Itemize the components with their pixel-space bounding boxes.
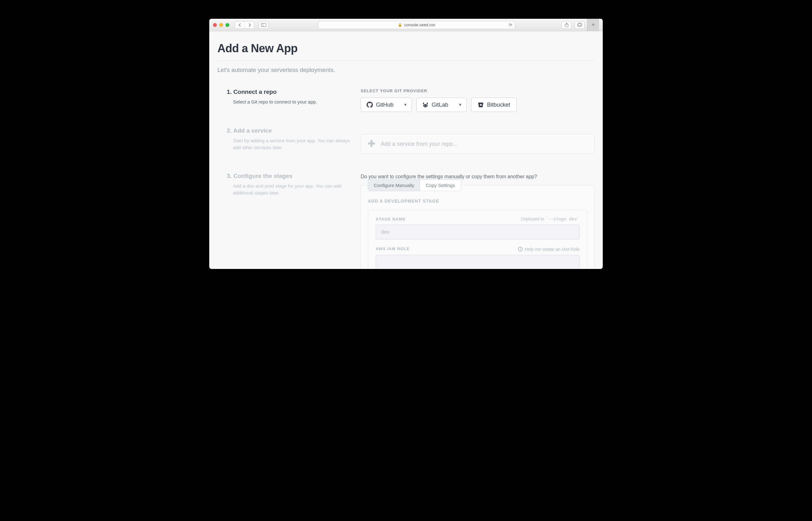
provider-gitlab: GitLab ▼ xyxy=(416,97,467,112)
address-bar[interactable]: 🔒 console.seed.run ⟳ xyxy=(318,21,515,29)
steps-sidebar: 1. Connect a repo Select a Git repo to c… xyxy=(227,89,352,269)
dev-stage-card: STAGE NAME Deployed to `--stage dev` AWS… xyxy=(368,210,587,269)
caret-down-icon: ▼ xyxy=(404,103,407,107)
bitbucket-icon xyxy=(478,101,484,108)
step-add-service: 2. Add a service Start by adding a servi… xyxy=(227,127,352,151)
tab-copy-settings[interactable]: Copy Settings xyxy=(420,180,460,191)
url-text: console.seed.run xyxy=(404,23,435,27)
bitbucket-label: Bitbucket xyxy=(487,101,510,108)
github-button[interactable]: GitHub xyxy=(361,98,399,112)
step-title: 1. Connect a repo xyxy=(227,89,352,95)
add-service-card[interactable]: ✚ Add a service from your repo… xyxy=(361,134,594,154)
back-button[interactable] xyxy=(235,22,245,28)
iam-help-link[interactable]: i Help me create an IAM Role xyxy=(518,247,580,252)
configure-tabs: Configure Manually Copy Settings xyxy=(368,180,461,191)
configure-question: Do you want to configure the settings ma… xyxy=(361,174,594,180)
step-desc: Add a dev and prod stage for your app. Y… xyxy=(227,183,352,197)
dev-stage-heading: ADD A DEVELOPMENT STAGE xyxy=(368,199,587,204)
gitlab-dropdown[interactable]: ▼ xyxy=(454,98,466,112)
configure-box: Configure Manually Copy Settings ADD A D… xyxy=(361,185,594,269)
step-desc: Select a Git repo to connect to your app… xyxy=(227,98,352,106)
step-desc: Start by adding a service from your app.… xyxy=(227,137,352,151)
add-service-text: Add a service from your repo… xyxy=(381,141,458,147)
provider-github: GitHub ▼ xyxy=(361,97,412,112)
tabs-icon xyxy=(578,23,582,27)
window-controls xyxy=(213,23,229,27)
step-configure-stages: 3. Configure the stages Add a dev and pr… xyxy=(227,173,352,197)
close-icon[interactable] xyxy=(213,23,217,27)
share-icon xyxy=(565,23,569,27)
browser-titlebar: 🔒 console.seed.run ⟳ + xyxy=(209,19,603,31)
reload-icon[interactable]: ⟳ xyxy=(509,23,512,27)
nav-back-forward xyxy=(235,21,254,29)
chevron-left-icon xyxy=(238,23,242,27)
github-dropdown[interactable]: ▼ xyxy=(399,98,412,112)
plus-icon: ✚ xyxy=(368,139,375,148)
page-title: Add a New App xyxy=(218,42,594,55)
iam-role-label: AWS IAM ROLE xyxy=(376,246,410,251)
page-subtitle: Let's automate your serverless deploymen… xyxy=(218,67,594,73)
svg-rect-0 xyxy=(262,23,266,27)
sidebar-icon xyxy=(261,23,266,27)
browser-window: 🔒 console.seed.run ⟳ + Add a New App Let xyxy=(209,19,603,269)
forward-button[interactable] xyxy=(245,22,254,28)
gitlab-label: GitLab xyxy=(432,101,448,108)
bitbucket-button[interactable]: Bitbucket xyxy=(471,97,517,112)
github-label: GitHub xyxy=(376,101,393,108)
step-title: 2. Add a service xyxy=(227,127,352,134)
info-icon: i xyxy=(518,247,523,251)
minimize-icon[interactable] xyxy=(219,23,223,27)
tabs-button[interactable] xyxy=(574,21,585,29)
github-icon xyxy=(367,101,373,108)
tab-configure-manually[interactable]: Configure Manually xyxy=(368,180,420,191)
maximize-icon[interactable] xyxy=(226,23,229,27)
caret-down-icon: ▼ xyxy=(458,103,462,107)
stage-name-input[interactable] xyxy=(376,225,580,240)
share-button[interactable] xyxy=(561,21,571,29)
divider xyxy=(218,61,594,61)
new-tab-button[interactable]: + xyxy=(587,19,599,31)
page-content: Add a New App Let's automate your server… xyxy=(209,31,603,269)
toolbar-right xyxy=(561,21,585,29)
provider-label: SELECT YOUR GIT PROVIDER xyxy=(361,89,594,93)
deployed-to-hint: Deployed to `--stage dev` xyxy=(521,217,580,221)
chevron-right-icon xyxy=(248,23,251,27)
iam-role-input[interactable] xyxy=(376,255,580,269)
gitlab-icon xyxy=(422,101,429,108)
git-providers: GitHub ▼ GitLab ▼ xyxy=(361,97,594,112)
gitlab-button[interactable]: GitLab xyxy=(416,98,454,112)
step-connect-repo: 1. Connect a repo Select a Git repo to c… xyxy=(227,89,352,106)
sidebar-toggle-button[interactable] xyxy=(259,21,269,29)
step-title: 3. Configure the stages xyxy=(227,173,352,180)
lock-icon: 🔒 xyxy=(398,23,402,27)
svg-rect-4 xyxy=(578,23,582,26)
svg-rect-3 xyxy=(578,24,581,27)
stage-name-label: STAGE NAME xyxy=(376,217,406,221)
